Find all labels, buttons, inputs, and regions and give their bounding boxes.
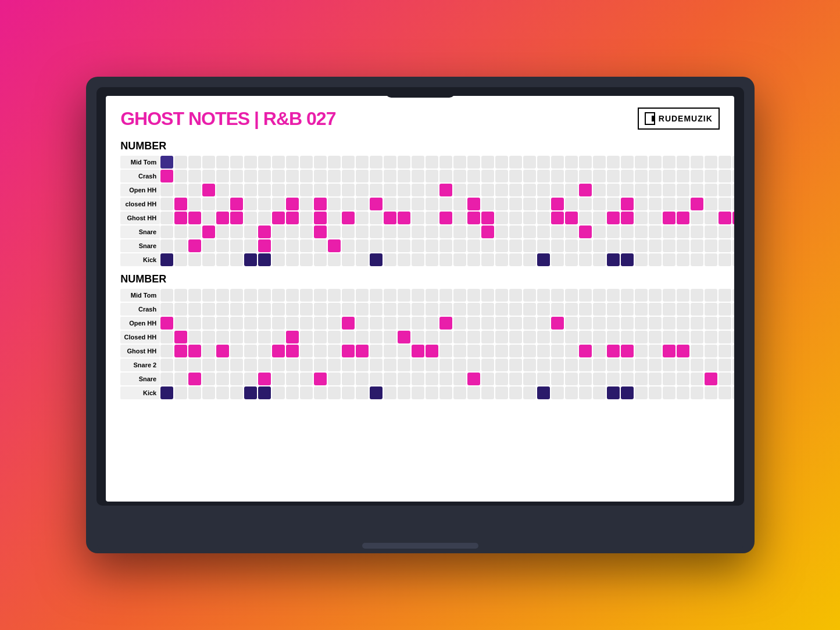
- cells-0-5: [160, 225, 734, 238]
- cell-0-6-29: [565, 239, 578, 252]
- cell-0-6-28: [551, 239, 564, 252]
- cell-0-7-37: [677, 253, 689, 266]
- screen-bezel: GHOST NOTES | R&B 027 RUDEMUZIK NumberMi…: [96, 87, 744, 506]
- cell-1-6-41: [732, 373, 734, 385]
- cell-0-0-28: [551, 156, 564, 169]
- cell-0-3-15: [370, 198, 383, 210]
- cell-0-6-8: [272, 239, 285, 252]
- cell-1-5-34: [635, 359, 648, 371]
- cell-0-6-23: [481, 239, 494, 252]
- cell-0-3-4: [216, 198, 229, 210]
- cell-1-1-11: [314, 303, 327, 316]
- cell-1-4-25: [509, 345, 522, 357]
- cell-0-4-24: [495, 212, 508, 224]
- hinge-bar: [362, 543, 478, 549]
- cell-0-5-18: [412, 225, 424, 238]
- cell-1-0-25: [509, 289, 522, 302]
- cell-0-3-29: [565, 198, 578, 210]
- cell-0-4-9: [286, 212, 299, 224]
- grid-row-0-6: Snare: [120, 239, 720, 252]
- cell-0-3-33: [621, 198, 634, 210]
- cell-1-4-29: [565, 345, 578, 357]
- cell-0-7-0: [160, 253, 173, 266]
- cell-1-2-26: [523, 317, 536, 330]
- cell-0-7-28: [551, 253, 564, 266]
- cell-0-7-15: [370, 253, 383, 266]
- cell-1-7-4: [216, 386, 229, 399]
- cell-1-1-36: [663, 303, 675, 316]
- cell-0-1-25: [509, 170, 522, 182]
- cell-1-2-22: [467, 317, 480, 330]
- cell-0-6-39: [705, 239, 717, 252]
- cell-0-5-17: [398, 225, 410, 238]
- cells-1-7: [160, 386, 734, 399]
- cell-0-4-14: [356, 212, 369, 224]
- row-label-1-6: Snare: [120, 373, 160, 385]
- grid-table-1: Mid TomCrashOpen HHClosed HHGhost HHSnar…: [120, 289, 720, 399]
- cell-0-7-21: [453, 253, 466, 266]
- cell-0-2-29: [565, 184, 578, 196]
- cell-1-5-32: [607, 359, 620, 371]
- cell-0-5-33: [621, 225, 634, 238]
- cell-1-2-21: [453, 317, 466, 330]
- cell-0-1-22: [467, 170, 480, 182]
- cell-1-0-7: [258, 289, 271, 302]
- cell-0-5-4: [216, 225, 229, 238]
- cell-0-1-17: [398, 170, 410, 182]
- grid-container: NumberMid TomCrashOpen HHclosed HHGhost …: [120, 140, 720, 399]
- cell-1-1-33: [621, 303, 634, 316]
- cell-1-3-27: [537, 331, 550, 343]
- cell-0-2-10: [300, 184, 313, 196]
- cell-1-2-18: [412, 317, 424, 330]
- cell-0-3-7: [258, 198, 271, 210]
- cell-0-7-3: [202, 253, 215, 266]
- cell-0-6-41: [732, 239, 734, 252]
- cell-1-3-16: [384, 331, 396, 343]
- cell-1-6-35: [649, 373, 662, 385]
- cell-0-0-13: [342, 156, 355, 169]
- cell-0-6-18: [412, 239, 424, 252]
- cell-0-5-26: [523, 225, 536, 238]
- cells-0-7: [160, 253, 734, 266]
- cell-0-6-7: [258, 239, 271, 252]
- cell-1-6-12: [328, 373, 341, 385]
- cell-1-5-7: [258, 359, 271, 371]
- cell-1-7-17: [398, 386, 410, 399]
- cell-0-0-2: [188, 156, 201, 169]
- cell-1-6-0: [160, 373, 173, 385]
- title-main: GHOST NOTES |: [120, 108, 263, 129]
- cell-0-5-22: [467, 225, 480, 238]
- cell-1-6-26: [523, 373, 536, 385]
- cell-1-0-20: [439, 289, 452, 302]
- cell-1-7-8: [272, 386, 285, 399]
- cell-1-2-29: [565, 317, 578, 330]
- cell-1-4-12: [328, 345, 341, 357]
- cell-0-4-27: [537, 212, 550, 224]
- cell-1-6-31: [593, 373, 606, 385]
- cell-1-0-24: [495, 289, 508, 302]
- cell-0-4-32: [607, 212, 620, 224]
- cell-0-7-19: [426, 253, 438, 266]
- cell-0-1-7: [258, 170, 271, 182]
- cell-0-1-21: [453, 170, 466, 182]
- cell-0-2-40: [719, 184, 731, 196]
- cell-0-0-29: [565, 156, 578, 169]
- cell-0-0-20: [439, 156, 452, 169]
- cell-0-4-15: [370, 212, 383, 224]
- cell-1-2-35: [649, 317, 662, 330]
- cell-0-3-37: [677, 198, 689, 210]
- cell-0-6-3: [202, 239, 215, 252]
- cell-1-4-40: [719, 345, 731, 357]
- cell-1-7-11: [314, 386, 327, 399]
- cell-0-4-26: [523, 212, 536, 224]
- cell-1-6-37: [677, 373, 689, 385]
- cell-0-5-28: [551, 225, 564, 238]
- cells-1-5: →: [160, 359, 734, 371]
- cell-1-3-2: [188, 331, 201, 343]
- cell-0-7-11: [314, 253, 327, 266]
- cell-0-7-27: [537, 253, 550, 266]
- cell-0-1-3: [202, 170, 215, 182]
- cell-0-2-37: [677, 184, 689, 196]
- cell-0-2-11: [314, 184, 327, 196]
- cell-0-1-11: [314, 170, 327, 182]
